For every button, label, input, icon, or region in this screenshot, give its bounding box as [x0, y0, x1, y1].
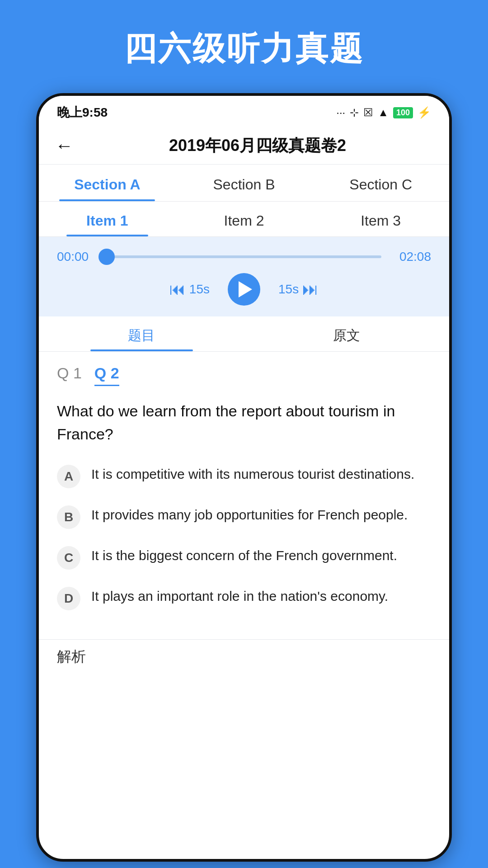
- section-tab-a[interactable]: Section A: [39, 165, 176, 201]
- question-area: Q 1 Q 2 What do we learn from the report…: [39, 352, 449, 639]
- option-text-b: It provides many job opportunities for F…: [91, 505, 408, 525]
- section-tab-b[interactable]: Section B: [176, 165, 313, 201]
- tab-questions[interactable]: 题目: [39, 316, 244, 351]
- header: ← 2019年06月四级真题卷2: [39, 126, 449, 165]
- page-bg-title: 四六级听力真题: [124, 27, 364, 71]
- item-tab-3[interactable]: Item 3: [312, 202, 449, 236]
- charging-icon: ⚡: [418, 106, 431, 119]
- progress-thumb[interactable]: [99, 249, 115, 265]
- forward-button[interactable]: 15s ⏭: [278, 280, 319, 299]
- forward-label: 15s: [278, 282, 299, 297]
- option-c[interactable]: C It is the biggest concern of the Frenc…: [57, 545, 431, 570]
- status-icons: ··· ⊹ ☒ ▲ 100 ⚡: [336, 106, 431, 119]
- q-nav-2[interactable]: Q 2: [94, 364, 119, 386]
- footer-bar: 解析: [39, 639, 449, 680]
- forward-icon: ⏭: [302, 280, 319, 299]
- play-button[interactable]: [228, 273, 260, 306]
- controls-row: ⏮ 15s 15s ⏭: [57, 273, 431, 306]
- rewind-label: 15s: [189, 282, 210, 297]
- option-letter-c: C: [57, 546, 80, 570]
- item-tab-2[interactable]: Item 2: [176, 202, 313, 236]
- total-time: 02:08: [390, 250, 431, 264]
- progress-bar[interactable]: [107, 255, 381, 258]
- q-nav-1[interactable]: Q 1: [57, 364, 82, 386]
- option-text-d: It plays an important role in the nation…: [91, 586, 388, 606]
- msg-icon: ☒: [363, 106, 373, 119]
- more-icon: ···: [336, 106, 345, 119]
- item-tabs: Item 1 Item 2 Item 3: [39, 202, 449, 237]
- option-d[interactable]: D It plays an important role in the nati…: [57, 586, 431, 610]
- item-tab-1[interactable]: Item 1: [39, 202, 176, 236]
- header-title: 2019年06月四级真题卷2: [82, 135, 433, 157]
- current-time: 00:00: [57, 250, 98, 264]
- option-letter-a: A: [57, 465, 80, 488]
- status-bar: 晚上9:58 ··· ⊹ ☒ ▲ 100 ⚡: [39, 96, 449, 126]
- bluetooth-icon: ⊹: [350, 106, 359, 119]
- progress-row: 00:00 02:08: [57, 250, 431, 264]
- option-letter-b: B: [57, 505, 80, 529]
- option-text-a: It is competitive with its numerous tour…: [91, 464, 414, 484]
- analysis-button[interactable]: 解析: [57, 648, 86, 665]
- audio-player: 00:00 02:08 ⏮ 15s 15s ⏭: [39, 237, 449, 316]
- wifi-icon: ▲: [378, 106, 389, 119]
- option-a[interactable]: A It is competitive with its numerous to…: [57, 464, 431, 488]
- option-b[interactable]: B It provides many job opportunities for…: [57, 505, 431, 529]
- status-time: 晚上9:58: [57, 104, 108, 121]
- play-icon: [239, 281, 252, 297]
- tab-text[interactable]: 原文: [244, 316, 449, 351]
- section-tab-c[interactable]: Section C: [312, 165, 449, 201]
- rewind-button[interactable]: ⏮ 15s: [169, 280, 210, 299]
- phone-frame: 晚上9:58 ··· ⊹ ☒ ▲ 100 ⚡ ← 2019年06月四级真题卷2 …: [36, 93, 452, 862]
- back-button[interactable]: ←: [55, 136, 73, 156]
- option-letter-d: D: [57, 587, 80, 610]
- question-nav: Q 1 Q 2: [57, 364, 431, 386]
- question-text: What do we learn from the report about t…: [57, 400, 431, 446]
- section-tabs: Section A Section B Section C: [39, 165, 449, 202]
- battery-icon: 100: [393, 107, 413, 118]
- option-text-c: It is the biggest concern of the French …: [91, 545, 397, 566]
- rewind-icon: ⏮: [169, 280, 186, 299]
- content-tabs: 题目 原文: [39, 316, 449, 352]
